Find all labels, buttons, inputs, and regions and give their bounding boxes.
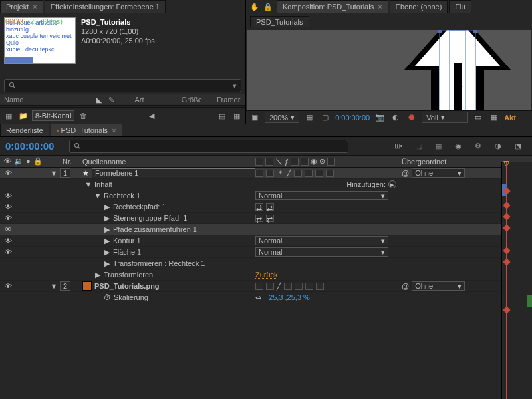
parent-dropdown[interactable]: Ohne▾ (412, 281, 465, 291)
arrow-shape[interactable] (391, 30, 524, 110)
switch[interactable] (305, 170, 313, 177)
channel-icon[interactable]: ◐ (390, 112, 402, 124)
layer-row-1[interactable]: 👁 ▼ 1 ★Formebene 1 ＊ ╱ @Ohne▾ (0, 168, 532, 179)
twirl-right-icon[interactable]: ▶ (104, 215, 110, 221)
keyframe-icon[interactable] (503, 213, 510, 220)
keyframe-icon[interactable] (503, 247, 510, 254)
hand-tool-icon[interactable]: ✋ (249, 1, 261, 13)
blend-mode-dropdown[interactable]: Normal▾ (255, 236, 388, 245)
parent-dropdown[interactable]: Ohne▾ (412, 168, 465, 178)
delete-icon[interactable]: 🗑 (77, 110, 89, 122)
zoom-dropdown[interactable]: 200%▾ (265, 112, 299, 123)
twirl-right-icon[interactable]: ▶ (94, 271, 101, 278)
transparency-grid-icon[interactable]: ▦ (488, 112, 500, 124)
tab-composition[interactable]: Komposition: PSD_Tutorials× (277, 0, 388, 13)
tab-layer[interactable]: Ebene: (ohne) (390, 0, 448, 13)
switch[interactable] (315, 170, 323, 177)
scale-row[interactable]: ⏱Skalierung ⇔ 25,3 ,25,3 % (0, 292, 532, 303)
tab-flowchart[interactable]: Flu (449, 0, 470, 13)
comp-sub-tab[interactable]: PSD_Tutorials (250, 16, 309, 27)
visibility-toggle[interactable]: 👁 (4, 237, 12, 245)
twirl-right-icon[interactable]: ▶ (104, 226, 110, 233)
timeline-timecode[interactable]: 0:00:00:00 (0, 140, 66, 152)
add-button[interactable]: ▸ (388, 180, 396, 188)
grid-icon[interactable]: ▦ (303, 112, 315, 124)
blend-mode-dropdown[interactable]: Normal▾ (255, 247, 388, 257)
pickwhip-icon[interactable]: @ (402, 169, 409, 177)
collapse-icon[interactable]: ＊ (277, 168, 284, 178)
search-col-icon[interactable]: ✎ (108, 96, 114, 104)
switch[interactable] (294, 170, 302, 177)
twirl-right-icon[interactable]: ▶ (104, 249, 110, 255)
scale-value[interactable]: 25,3 ,25,3 % (269, 293, 310, 301)
render-queue-icon[interactable]: ▤ (216, 110, 228, 122)
close-icon[interactable]: × (378, 3, 382, 11)
switch[interactable] (305, 283, 313, 290)
pickwhip-icon[interactable]: @ (402, 282, 409, 290)
panel-menu-icon[interactable]: ▦ (231, 110, 243, 122)
lock-icon[interactable]: 🔒 (262, 1, 274, 13)
tab-timeline-comp[interactable]: ▪ PSD_Tutorials× (51, 124, 122, 136)
twirl-down-icon[interactable]: ▼ (51, 283, 57, 289)
switch[interactable] (316, 283, 324, 290)
transform-row[interactable]: ▶Transformieren Zurück (0, 269, 532, 281)
comp-flowchart-icon[interactable]: ◀ (146, 110, 158, 122)
layer-bar[interactable] (527, 295, 532, 307)
rect-path-row[interactable]: 👁 ▶Rechteckpfad: 1 ⇄⇄ (0, 201, 532, 213)
stopwatch-icon[interactable]: ⏱ (104, 293, 111, 301)
snapshot-icon[interactable]: 📷 (374, 112, 386, 124)
col-nr[interactable]: Nr. (60, 158, 82, 166)
switch[interactable] (266, 170, 274, 177)
fill-row[interactable]: 👁 ▶Fläche 1 Normal▾ (0, 247, 532, 258)
star-path-row[interactable]: 👁 ▶Sternengruppe-Pfad: 1 ⇄⇄ (0, 213, 532, 224)
twirl-down-icon[interactable]: ▼ (85, 181, 92, 188)
col-type[interactable]: Art (134, 96, 174, 104)
stroke-row[interactable]: 👁 ▶Kontur 1 Normal▾ (0, 235, 532, 247)
path-direction-icon[interactable]: ⇄ (255, 203, 263, 211)
col-parent[interactable]: Übergeordnet (402, 158, 480, 166)
twirl-down-icon[interactable]: ▼ (51, 170, 57, 176)
layer-name-input[interactable]: Formebene 1 (92, 168, 255, 178)
contents-row[interactable]: ▼Inhalt Hinzufügen:▸ (0, 179, 532, 190)
solo-col-icon[interactable]: ● (26, 157, 31, 166)
lock-col-icon[interactable]: 🔒 (33, 157, 43, 166)
col-switches[interactable]: ＼ƒ◉⊘ (255, 156, 402, 166)
draft-3d-icon[interactable]: ⬚ (411, 139, 426, 154)
quality-icon[interactable]: ╱ (277, 282, 281, 291)
timeline-search[interactable] (69, 140, 348, 153)
mask-icon[interactable]: ▢ (319, 112, 331, 124)
interpret-footage-icon[interactable]: ▦ (3, 110, 15, 122)
keyframe-icon[interactable] (503, 306, 510, 313)
tab-render-queue[interactable]: Renderliste (0, 124, 49, 136)
twirl-right-icon[interactable]: ▶ (104, 203, 110, 210)
always-preview-icon[interactable]: ▣ (249, 112, 261, 124)
constrain-icon[interactable]: ⇔ (255, 293, 261, 302)
tag-icon[interactable]: ◣ (96, 96, 102, 104)
col-name[interactable]: Name (4, 96, 90, 104)
col-size[interactable]: Größe (182, 96, 210, 104)
col-framerate[interactable]: Framer (217, 96, 245, 104)
active-camera-button[interactable]: Akt (504, 114, 516, 122)
viewer-timecode[interactable]: 0:00:00:00 (335, 114, 370, 122)
quality-icon[interactable]: ╱ (287, 169, 291, 178)
reset-link[interactable]: Zurück (255, 271, 278, 279)
twirl-right-icon[interactable]: ▶ (104, 260, 110, 267)
visibility-toggle[interactable]: 👁 (4, 192, 12, 200)
playhead[interactable] (506, 162, 507, 399)
resolution-dropdown[interactable]: Voll▾ (422, 112, 468, 123)
close-icon[interactable]: × (33, 3, 37, 11)
twirl-down-icon[interactable]: ▼ (94, 192, 101, 199)
project-search[interactable]: ▾ (4, 79, 241, 92)
rect-group-row[interactable]: 👁 ▼Rechteck 1 Normal▾ (0, 190, 532, 201)
visibility-toggle[interactable]: 👁 (4, 214, 12, 222)
graph-editor-icon[interactable]: ⬔ (511, 139, 525, 154)
video-col-icon[interactable]: 👁 (4, 157, 11, 166)
col-source-name[interactable]: Quellenname (82, 158, 255, 166)
switch[interactable] (255, 283, 263, 290)
keyframe-icon[interactable] (503, 258, 510, 265)
audio-col-icon[interactable]: 🔉 (14, 157, 23, 166)
motion-blur-icon[interactable]: ◉ (451, 139, 466, 154)
switch[interactable] (284, 283, 292, 290)
path-direction-icon[interactable]: ⇄ (266, 203, 274, 211)
switch[interactable] (295, 283, 303, 290)
